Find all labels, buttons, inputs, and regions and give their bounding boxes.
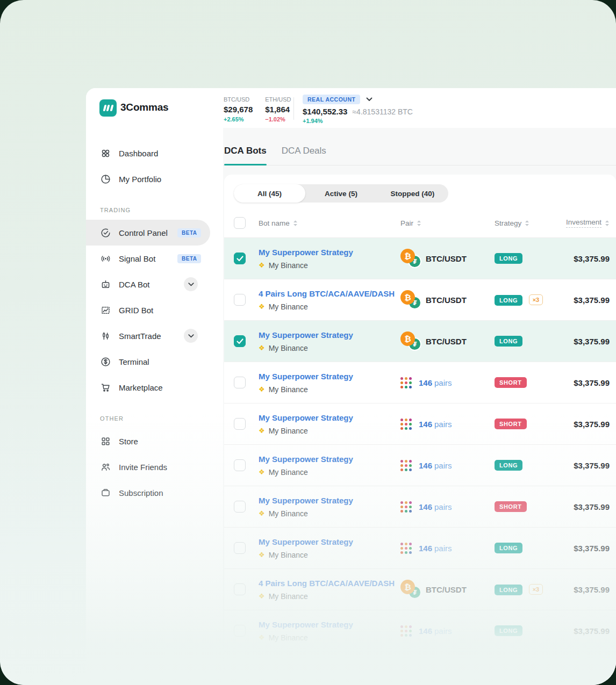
real-account-badge[interactable]: REAL ACCOUNT (303, 95, 360, 104)
table-row[interactable]: My Superpower Strategy ❖ My Binance 146p… (224, 403, 616, 445)
pairs-count-link[interactable]: 146pairs (419, 378, 452, 387)
chevron-down-icon[interactable] (184, 329, 198, 343)
pairs-count-link[interactable]: 146pairs (419, 626, 452, 636)
pair-dot (405, 501, 407, 504)
pair-dot (405, 543, 407, 545)
binance-icon: ❖ (259, 468, 265, 475)
pairs-count-link[interactable]: 146pairs (419, 502, 452, 511)
table-row[interactable]: My Superpower Strategy ❖ My Binance 146p… (224, 486, 616, 528)
tab-dca-bots[interactable]: DCA Bots (224, 128, 267, 165)
sidebar-item-invite-friends[interactable]: Invite Friends (86, 454, 223, 480)
sidebar-item-signal-bot[interactable]: Signal Bot BETA (86, 246, 223, 271)
pair-cell: 146pairs (400, 460, 495, 471)
sidebar-item-my-portfolio[interactable]: My Portfolio (86, 166, 223, 192)
bot-name-link[interactable]: My Superpower Strategy (259, 330, 353, 340)
table-row[interactable]: 4 Pairs Long BTC/ACA/AAVE/DASH ❖ My Bina… (224, 279, 616, 321)
column-pair[interactable]: Pair (400, 219, 495, 227)
table-row[interactable]: My Superpower Strategy ❖ My Binance 146p… (224, 610, 616, 652)
table-row[interactable]: My Superpower Strategy ❖ My Binance 146p… (224, 445, 616, 486)
beta-badge: BETA (177, 254, 201, 263)
sidebar-item-smarttrade[interactable]: SmartTrade (86, 323, 223, 349)
row-checkbox[interactable] (234, 294, 246, 306)
row-checkbox[interactable] (234, 625, 246, 637)
sidebar-item-control-panel[interactable]: Control Panel BETA (86, 220, 210, 246)
status-filter: All (45) Active (5) Stopped (40) (234, 184, 448, 203)
price-tickers: BTC/USD $29,678 +2.65% ETH/USD $1,864 −1… (224, 96, 291, 122)
pair-dot (405, 551, 407, 554)
app-window: 3Commas BTC/USD $29,678 +2.65% ETH/USD $… (86, 88, 616, 685)
table-row[interactable]: My Superpower Strategy ❖ My Binance 146p… (224, 362, 616, 403)
multi-pair-dots-icon (400, 543, 412, 554)
column-strategy[interactable]: Strategy (495, 219, 566, 227)
pair-dot (405, 630, 407, 632)
sidebar-item-dashboard[interactable]: Dashboard (86, 140, 223, 166)
sidebar-item-terminal[interactable]: Terminal (86, 349, 223, 374)
table-row[interactable]: My Superpower Strategy ❖ My Binance 146p… (224, 528, 616, 569)
sort-icon[interactable] (293, 220, 298, 227)
row-checkbox[interactable] (234, 459, 246, 471)
multi-pair-dots-icon (400, 625, 412, 637)
sidebar-item-dca-bot[interactable]: DCA Bot (86, 271, 223, 297)
row-checkbox[interactable] (234, 377, 246, 388)
filter-stopped[interactable]: Stopped (40) (377, 184, 448, 203)
row-checkbox[interactable] (234, 542, 246, 554)
row-checkbox[interactable] (234, 335, 246, 347)
sort-icon[interactable] (605, 220, 610, 227)
multiplier-badge: ×3 (529, 584, 543, 595)
table-row[interactable]: My Superpower Strategy ❖ My Binance ₮₿BT… (224, 321, 616, 362)
pair-dot (409, 551, 412, 554)
chevron-down-icon[interactable] (184, 277, 198, 291)
pair-dot (400, 634, 403, 637)
row-checkbox[interactable] (234, 418, 246, 430)
table-row[interactable]: 4 Pairs Long BTC/ACA/AAVE/DASH ❖ My Bina… (224, 569, 616, 610)
pairs-count-link[interactable]: 146pairs (419, 544, 452, 553)
chevron-down-icon[interactable] (366, 97, 373, 102)
row-checkbox[interactable] (234, 583, 246, 595)
app-header: 3Commas BTC/USD $29,678 +2.65% ETH/USD $… (86, 88, 616, 128)
ticker-eth-usd: ETH/USD $1,864 −1.02% (265, 96, 291, 122)
sidebar-item-marketplace[interactable]: Marketplace (86, 374, 223, 400)
table-row[interactable]: My Superpower Strategy ❖ My Binance ₮₿BT… (224, 238, 616, 279)
bot-name-link[interactable]: My Superpower Strategy (259, 248, 353, 257)
column-bot-name[interactable]: Bot name (259, 219, 400, 227)
select-all-checkbox[interactable] (234, 217, 246, 229)
bot-name-link[interactable]: My Superpower Strategy (259, 620, 353, 629)
exchange-row: ❖ My Binance (259, 551, 400, 559)
pair-dot (405, 419, 407, 421)
filter-active[interactable]: Active (5) (305, 184, 377, 203)
exchange-label: My Binance (269, 261, 308, 270)
sidebar-section-trading: TRADING (86, 192, 223, 220)
bot-name-link[interactable]: 4 Pairs Long BTC/ACA/AAVE/DASH (259, 289, 395, 298)
pair-dot (405, 634, 407, 637)
bot-name-link[interactable]: My Superpower Strategy (259, 372, 353, 381)
row-checkbox[interactable] (234, 253, 246, 264)
sidebar-item-grid-bot[interactable]: GRID Bot (86, 297, 223, 323)
account-balance-btc: ≈4.81531132 BTC (352, 107, 413, 116)
bot-name-link[interactable]: My Superpower Strategy (259, 455, 353, 464)
pair-dot (409, 464, 412, 467)
column-investment[interactable]: Investment (566, 218, 610, 228)
pairs-count-link[interactable]: 146pairs (419, 461, 452, 470)
sort-icon[interactable] (525, 220, 529, 227)
sidebar-item-subscription[interactable]: Subscription (86, 480, 223, 506)
sort-icon[interactable] (417, 220, 421, 227)
filter-all[interactable]: All (45) (234, 184, 305, 203)
sidebar-item-store[interactable]: Store (86, 428, 223, 454)
pair-dot (405, 510, 407, 513)
exchange-label: My Binance (269, 344, 308, 352)
pair-dot (405, 464, 407, 467)
pair-dot (400, 377, 403, 380)
header-divider (293, 97, 294, 120)
strategy-badge: LONG (495, 336, 522, 347)
row-checkbox[interactable] (234, 501, 246, 513)
pair-dot (409, 634, 412, 637)
bot-name-link[interactable]: My Superpower Strategy (259, 537, 353, 546)
bot-name-link[interactable]: My Superpower Strategy (259, 413, 353, 422)
bot-name-link[interactable]: My Superpower Strategy (259, 496, 353, 505)
pair-coin-icons: ₮₿ (400, 248, 423, 269)
tab-dca-deals[interactable]: DCA Deals (282, 128, 326, 165)
pairs-count-link[interactable]: 146pairs (419, 420, 452, 429)
account-summary: REAL ACCOUNT $140,552.33 ≈4.81531132 BTC… (303, 95, 413, 124)
bot-name-link[interactable]: 4 Pairs Long BTC/ACA/AAVE/DASH (259, 579, 395, 588)
strategy-badge: LONG (495, 585, 522, 595)
